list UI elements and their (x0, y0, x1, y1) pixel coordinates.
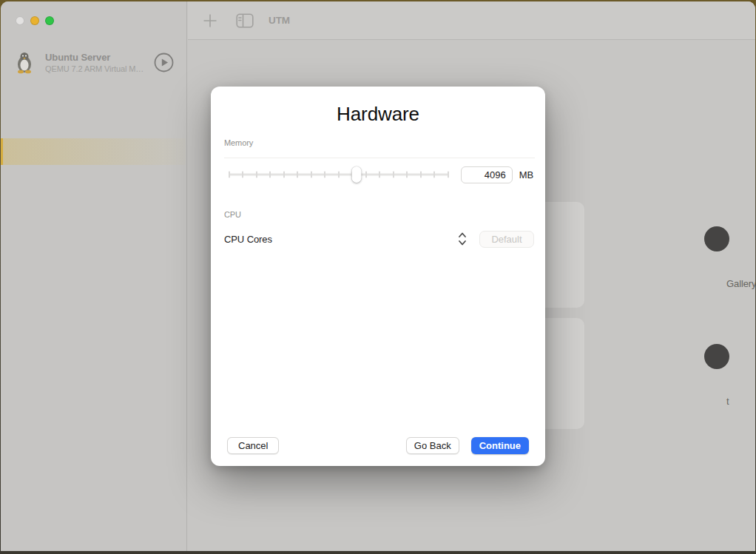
sidebar-toggle-icon[interactable] (236, 13, 254, 28)
continue-button[interactable]: Continue (471, 437, 529, 454)
sidebar-item-ubuntu-server[interactable]: Ubuntu Server QEMU 7.2 ARM Virtual M… (7, 45, 181, 79)
card-icon (704, 226, 729, 251)
minimize-button[interactable] (30, 16, 39, 25)
window-title: UTM (269, 15, 290, 26)
linux-penguin-icon (13, 50, 36, 74)
sidebar-selection-highlight (1, 138, 186, 165)
memory-section-label: Memory (224, 138, 253, 147)
close-button[interactable] (16, 16, 24, 25)
dialog-title: Hardware (211, 103, 545, 126)
traffic-lights (16, 16, 54, 25)
memory-row: MB (224, 164, 533, 185)
sidebar: Ubuntu Server QEMU 7.2 ARM Virtual M… (1, 1, 187, 551)
zoom-button[interactable] (45, 16, 54, 25)
dialog-footer: Cancel Go Back Continue (227, 437, 529, 454)
stepper-up-down-icon[interactable] (456, 230, 469, 248)
hardware-dialog: Hardware Memory MB CPU CPU Cores (211, 87, 545, 466)
section-divider (224, 158, 535, 158)
vm-subtitle: QEMU 7.2 ARM Virtual M… (45, 64, 154, 73)
memory-slider[interactable] (229, 165, 449, 184)
card-icon (704, 344, 729, 369)
utm-window: Ubuntu Server QEMU 7.2 ARM Virtual M… (1, 1, 755, 551)
card-label: Gallery (726, 278, 755, 289)
memory-unit-label: MB (519, 169, 533, 180)
cancel-button[interactable]: Cancel (227, 437, 279, 454)
toolbar: UTM (188, 1, 755, 40)
play-circle-icon[interactable] (154, 53, 174, 72)
desktop-background: Ubuntu Server QEMU 7.2 ARM Virtual M… (0, 0, 756, 554)
go-back-button[interactable]: Go Back (406, 437, 459, 454)
default-button[interactable]: Default (479, 231, 534, 248)
plus-icon[interactable] (202, 13, 218, 29)
memory-input[interactable] (461, 166, 513, 183)
vm-labels: Ubuntu Server QEMU 7.2 ARM Virtual M… (45, 52, 154, 73)
memory-slider-thumb[interactable] (351, 166, 361, 183)
cpu-cores-row: CPU Cores Default (224, 230, 534, 248)
cpu-cores-label: CPU Cores (224, 234, 272, 245)
card-label: t (726, 396, 729, 407)
cpu-section-label: CPU (224, 210, 241, 219)
memory-slider-ticks (229, 172, 449, 178)
vm-name: Ubuntu Server (45, 52, 154, 63)
